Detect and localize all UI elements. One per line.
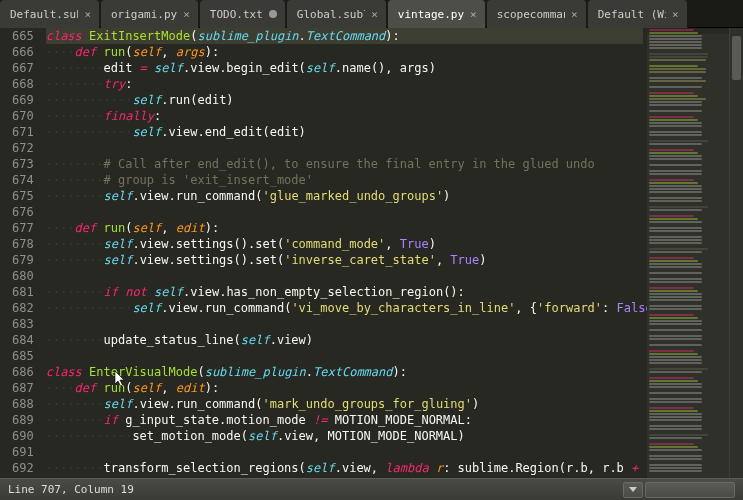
code-line[interactable]: class ExitInsertMode(sublime_plugin.Text…: [46, 28, 643, 44]
code-line[interactable]: ············self.run(edit): [46, 92, 643, 108]
line-number: 677: [12, 220, 34, 236]
code-line[interactable]: [46, 204, 643, 220]
code-line[interactable]: ········self.view.run_command('mark_undo…: [46, 396, 643, 412]
code-area[interactable]: class ExitInsertMode(sublime_plugin.Text…: [42, 28, 647, 478]
tab-label: TODO.txt: [210, 8, 263, 21]
tab-label: Global.sublime: [297, 8, 365, 21]
tab-label: vintage.py: [398, 8, 464, 21]
line-number-gutter: 6656666676686696706716726736746756766776…: [0, 28, 42, 478]
line-number: 665: [12, 28, 34, 44]
minimap-viewport[interactable]: [647, 34, 729, 478]
code-line[interactable]: ········self.view.settings().set('invers…: [46, 252, 643, 268]
tab-origami-py[interactable]: origami.py×: [101, 0, 199, 28]
tab-default-sublim-[interactable]: Default.sublim…×: [0, 0, 100, 28]
line-number: 668: [12, 76, 34, 92]
cursor-position-status: Line 707, Column 19: [8, 483, 134, 496]
tab-label: Default (Wind…: [598, 8, 666, 21]
line-number: 672: [12, 140, 34, 156]
code-line[interactable]: ············set_motion_mode(self.view, M…: [46, 428, 643, 444]
tab-label: Default.sublim…: [10, 8, 78, 21]
tab-global-sublime[interactable]: Global.sublime×: [287, 0, 387, 28]
code-line[interactable]: class EnterVisualMode(sublime_plugin.Tex…: [46, 364, 643, 380]
line-number: 686: [12, 364, 34, 380]
minimap[interactable]: [647, 28, 729, 478]
code-line[interactable]: [46, 444, 643, 460]
close-icon[interactable]: ×: [371, 8, 378, 21]
tab-label: origami.py: [111, 8, 177, 21]
code-line[interactable]: ········self.view.run_command('glue_mark…: [46, 188, 643, 204]
close-icon[interactable]: ×: [84, 8, 91, 21]
line-number: 685: [12, 348, 34, 364]
line-number: 670: [12, 108, 34, 124]
code-line[interactable]: ········update_status_line(self.view): [46, 332, 643, 348]
line-number: 683: [12, 316, 34, 332]
code-line[interactable]: ········# group is 'exit_insert_mode': [46, 172, 643, 188]
tab-todo-txt[interactable]: TODO.txt: [200, 0, 286, 28]
code-line[interactable]: ········self.view.settings().set('comman…: [46, 236, 643, 252]
line-number: 688: [12, 396, 34, 412]
line-number: 676: [12, 204, 34, 220]
code-line[interactable]: ········edit = self.view.begin_edit(self…: [46, 60, 643, 76]
tab-vintage-py[interactable]: vintage.py×: [388, 0, 486, 28]
code-line[interactable]: ············self.view.run_command('vi_mo…: [46, 300, 643, 316]
line-number: 667: [12, 60, 34, 76]
code-line[interactable]: ········# Call after end_edit(), to ensu…: [46, 156, 643, 172]
code-line[interactable]: ····def run(self, edit):: [46, 220, 643, 236]
code-line[interactable]: ············self.view.end_edit(edit): [46, 124, 643, 140]
close-icon[interactable]: ×: [672, 8, 679, 21]
line-number: 682: [12, 300, 34, 316]
code-line[interactable]: [46, 140, 643, 156]
code-line[interactable]: ········finally:: [46, 108, 643, 124]
line-number: 692: [12, 460, 34, 476]
line-number: 681: [12, 284, 34, 300]
line-number: 666: [12, 44, 34, 60]
code-line[interactable]: [46, 348, 643, 364]
line-number: 673: [12, 156, 34, 172]
tab-scopecommand[interactable]: scopecommand×: [487, 0, 587, 28]
line-number: 678: [12, 236, 34, 252]
dirty-indicator-icon: [269, 10, 277, 18]
tab-label: scopecommand: [497, 8, 565, 21]
code-line[interactable]: [46, 316, 643, 332]
tab-default-wind-[interactable]: Default (Wind…×: [588, 0, 688, 28]
chevron-down-icon: [629, 487, 637, 492]
line-number: 679: [12, 252, 34, 268]
scrollbar-thumb[interactable]: [732, 36, 741, 80]
close-icon[interactable]: ×: [183, 8, 190, 21]
line-number: 674: [12, 172, 34, 188]
status-dropdown-small[interactable]: [623, 482, 643, 498]
line-number: 675: [12, 188, 34, 204]
close-icon[interactable]: ×: [470, 8, 477, 21]
code-line[interactable]: ········transform_selection_regions(self…: [46, 460, 643, 476]
code-editor[interactable]: 6656666676686696706716726736746756766776…: [0, 28, 647, 478]
code-line[interactable]: ········if g_input_state.motion_mode != …: [46, 412, 643, 428]
line-number: 680: [12, 268, 34, 284]
code-line[interactable]: ····def run(self, args):: [46, 44, 643, 60]
line-number: 684: [12, 332, 34, 348]
line-number: 669: [12, 92, 34, 108]
vertical-scrollbar[interactable]: [729, 28, 743, 478]
close-icon[interactable]: ×: [571, 8, 578, 21]
line-number: 689: [12, 412, 34, 428]
code-line[interactable]: ········try:: [46, 76, 643, 92]
line-number: 671: [12, 124, 34, 140]
status-dropdown-large[interactable]: [645, 482, 735, 498]
line-number: 687: [12, 380, 34, 396]
code-line[interactable]: ········if not self.view.has_non_empty_s…: [46, 284, 643, 300]
line-number: 690: [12, 428, 34, 444]
code-line[interactable]: [46, 268, 643, 284]
tab-bar: Default.sublim…×origami.py×TODO.txtGloba…: [0, 0, 743, 28]
line-number: 691: [12, 444, 34, 460]
code-line[interactable]: ····def run(self, edit):: [46, 380, 643, 396]
status-bar: Line 707, Column 19: [0, 478, 743, 500]
